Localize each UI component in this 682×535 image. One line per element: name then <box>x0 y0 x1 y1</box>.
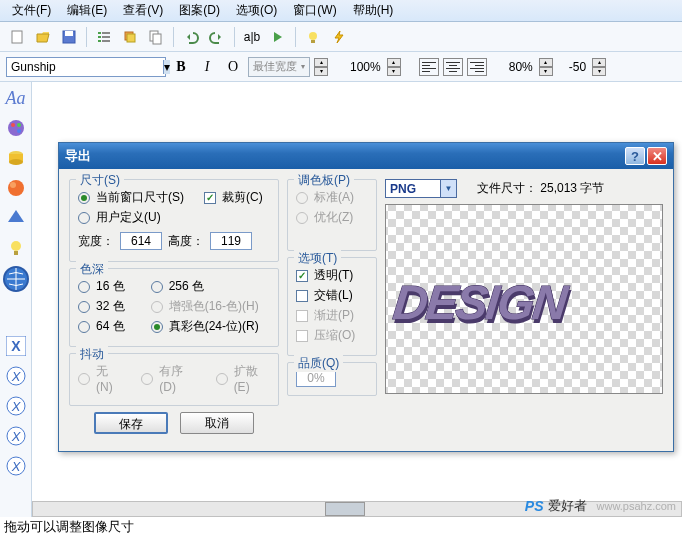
undo-icon[interactable] <box>180 26 202 48</box>
svg-text:X: X <box>10 369 21 384</box>
lightbulb-icon[interactable] <box>302 26 324 48</box>
globe-icon[interactable] <box>3 266 29 292</box>
depth-group: 色深 16 色 256 色 32 色 增强色(16-色)(H) 64 色 真彩色… <box>69 268 279 347</box>
export-dialog: 导出 ? ✕ 尺寸(S) 当前窗口尺寸(S) 裁剪(C) 用户定义(U) <box>58 142 674 452</box>
radio-64[interactable] <box>78 321 90 333</box>
svg-rect-0 <box>12 31 22 43</box>
radio-256[interactable] <box>151 281 163 293</box>
svg-rect-4 <box>102 32 110 34</box>
menu-view[interactable]: 查看(V) <box>115 0 171 21</box>
status-text: 拖动可以调整图像尺寸 <box>4 519 134 534</box>
svg-text:X: X <box>10 429 21 444</box>
size-group: 尺寸(S) 当前窗口尺寸(S) 裁剪(C) 用户定义(U) 宽度： 高度： <box>69 179 279 262</box>
status-bar: 拖动可以调整图像尺寸 <box>0 517 682 535</box>
bolt-icon[interactable] <box>328 26 350 48</box>
x-logo-4-icon[interactable]: X <box>4 424 28 448</box>
help-button[interactable]: ? <box>625 147 645 165</box>
svg-text:X: X <box>10 399 21 414</box>
align-right-button[interactable] <box>467 58 487 76</box>
opacity-spinner[interactable]: ▴▾ <box>539 58 553 76</box>
svg-rect-6 <box>102 36 110 38</box>
menu-help[interactable]: 帮助(H) <box>345 0 402 21</box>
svg-point-15 <box>8 120 24 136</box>
bold-button[interactable]: B <box>170 56 192 78</box>
cylinder-icon[interactable] <box>4 146 28 170</box>
check-prog <box>296 310 308 322</box>
offset-spinner[interactable]: ▴▾ <box>592 58 606 76</box>
shape-icon[interactable] <box>4 206 28 230</box>
play-icon[interactable] <box>267 26 289 48</box>
radio-current-window[interactable] <box>78 192 90 204</box>
radio-pal-std <box>296 192 308 204</box>
svg-rect-7 <box>98 40 101 42</box>
cancel-button[interactable]: 取消 <box>180 412 254 434</box>
menu-image[interactable]: 图案(D) <box>171 0 228 21</box>
svg-point-23 <box>10 182 16 188</box>
format-select[interactable]: PNG▼ <box>385 179 457 198</box>
radio-16[interactable] <box>78 281 90 293</box>
radio-dither-diff <box>216 373 228 385</box>
x-logo-2-icon[interactable]: X <box>4 364 28 388</box>
watermark: PS 爱好者 www.psahz.com <box>525 497 676 515</box>
svg-point-22 <box>8 180 24 196</box>
save-button[interactable]: 保存 <box>94 412 168 434</box>
text-cursor-icon[interactable]: a|b <box>241 26 263 48</box>
copy-icon[interactable] <box>145 26 167 48</box>
menu-file[interactable]: 文件(F) <box>4 0 59 21</box>
font-input[interactable] <box>9 59 163 75</box>
menu-options[interactable]: 选项(O) <box>228 0 285 21</box>
menu-edit[interactable]: 编辑(E) <box>59 0 115 21</box>
check-inter[interactable] <box>296 290 308 302</box>
svg-rect-8 <box>102 40 110 42</box>
font-select[interactable]: ▾ <box>6 57 166 77</box>
width-spinner[interactable]: ▴▾ <box>314 58 328 76</box>
menu-window[interactable]: 窗口(W) <box>285 0 344 21</box>
zoom-spinner[interactable]: ▴▾ <box>387 58 401 76</box>
radio-user-defined[interactable] <box>78 212 90 224</box>
new-doc-icon[interactable] <box>6 26 28 48</box>
toolbar-main: a|b <box>0 22 682 52</box>
italic-button[interactable]: I <box>196 56 218 78</box>
x-logo-1-icon[interactable]: X <box>4 334 28 358</box>
width-mode-select[interactable]: 最佳宽度▾ <box>248 57 310 77</box>
filesize-value: 25,013 字节 <box>540 181 604 195</box>
align-left-button[interactable] <box>419 58 439 76</box>
check-trans[interactable] <box>296 270 308 282</box>
svg-rect-25 <box>14 251 18 255</box>
height-input[interactable] <box>210 232 252 250</box>
radio-dither-ord <box>141 373 153 385</box>
list-icon[interactable] <box>93 26 115 48</box>
palette-icon[interactable] <box>4 116 28 140</box>
palette-group: 调色板(P) 标准(A) 优化(Z) <box>287 179 377 251</box>
sphere-icon[interactable] <box>4 176 28 200</box>
radio-32[interactable] <box>78 301 90 313</box>
check-crop[interactable] <box>204 192 216 204</box>
svg-rect-12 <box>153 34 161 44</box>
radio-true[interactable] <box>151 321 163 333</box>
outline-button[interactable]: O <box>222 56 244 78</box>
x-logo-5-icon[interactable]: X <box>4 454 28 478</box>
save-icon[interactable] <box>58 26 80 48</box>
svg-text:DESIGN: DESIGN <box>391 275 572 329</box>
dropdown-icon[interactable]: ▾ <box>163 60 170 74</box>
scroll-thumb[interactable] <box>325 502 365 516</box>
dialog-titlebar[interactable]: 导出 ? ✕ <box>59 143 673 169</box>
close-button[interactable]: ✕ <box>647 147 667 165</box>
svg-text:X: X <box>11 338 21 354</box>
options-group: 选项(T) 透明(T) 交错(L) 渐进(P) 压缩(O) <box>287 257 377 356</box>
idea-icon[interactable] <box>4 236 28 260</box>
x-logo-3-icon[interactable]: X <box>4 394 28 418</box>
svg-point-24 <box>11 241 21 251</box>
svg-point-16 <box>11 123 15 127</box>
redo-icon[interactable] <box>206 26 228 48</box>
svg-rect-5 <box>98 36 101 38</box>
sidebar-tools: Aa X X X X X <box>0 82 32 517</box>
svg-rect-10 <box>127 34 135 42</box>
width-input[interactable] <box>120 232 162 250</box>
layers-icon[interactable] <box>119 26 141 48</box>
align-center-button[interactable] <box>443 58 463 76</box>
svg-rect-2 <box>65 31 73 36</box>
font-style-icon[interactable]: Aa <box>4 86 28 110</box>
open-icon[interactable] <box>32 26 54 48</box>
dither-group: 抖动 无(N) 有序(D) 扩散(E) <box>69 353 279 406</box>
